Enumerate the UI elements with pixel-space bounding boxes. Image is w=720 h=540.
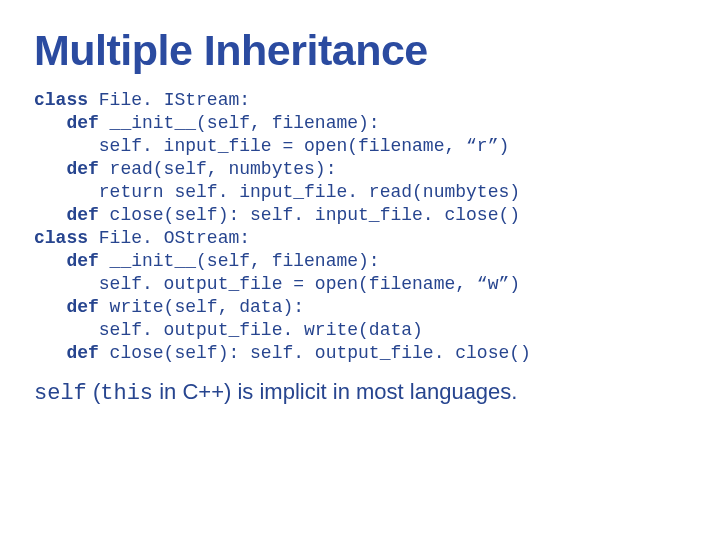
code-text: write(self, data): xyxy=(99,297,304,317)
code-text: File. IStream: xyxy=(88,90,250,110)
code-text: self. output_file = open(filename, “w”) xyxy=(99,274,520,294)
code-text: close(self): self. input_file. close() xyxy=(99,205,520,225)
slide-title: Multiple Inheritance xyxy=(34,26,686,75)
code-text: return self. input_file. read(numbytes) xyxy=(99,182,520,202)
keyword-class: class xyxy=(34,90,88,110)
code-text: File. OStream: xyxy=(88,228,250,248)
keyword-def: def xyxy=(66,297,98,317)
code-text: read(self, numbytes): xyxy=(99,159,337,179)
keyword-def: def xyxy=(66,113,98,133)
code-text: __init__(self, filename): xyxy=(99,113,380,133)
caption-text: ( xyxy=(87,379,100,404)
caption-mono-self: self xyxy=(34,381,87,406)
code-text: self. input_file = open(filename, “r”) xyxy=(99,136,509,156)
code-text: close(self): self. output_file. close() xyxy=(99,343,531,363)
keyword-def: def xyxy=(66,205,98,225)
caption-mono-this: this xyxy=(100,381,153,406)
caption: self (this in C++) is implicit in most l… xyxy=(34,379,686,406)
caption-text: in C++) is implicit in most languages. xyxy=(153,379,517,404)
keyword-def: def xyxy=(66,159,98,179)
slide: Multiple Inheritance class File. IStream… xyxy=(0,0,720,540)
code-text: self. output_file. write(data) xyxy=(99,320,423,340)
keyword-class: class xyxy=(34,228,88,248)
code-block: class File. IStream: def __init__(self, … xyxy=(34,89,686,365)
code-text: __init__(self, filename): xyxy=(99,251,380,271)
keyword-def: def xyxy=(66,251,98,271)
keyword-def: def xyxy=(66,343,98,363)
